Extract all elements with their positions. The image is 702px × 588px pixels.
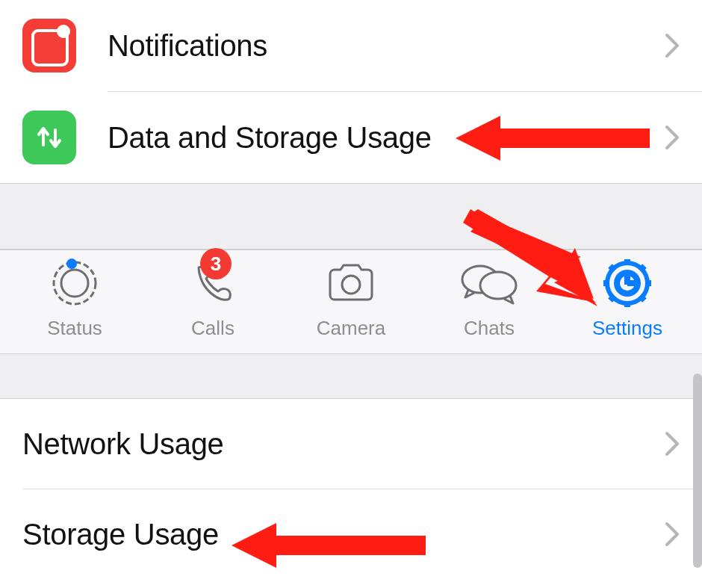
svg-point-2	[342, 276, 360, 294]
tab-bar: Status 3 Calls Camera	[0, 250, 702, 354]
chevron-right-icon	[665, 33, 680, 58]
chevron-right-icon	[665, 431, 680, 457]
row-label: Network Usage	[22, 427, 665, 461]
tab-label: Camera	[317, 317, 385, 340]
settings-list: Notifications Data and Storage Usage	[0, 0, 702, 183]
usage-list: Network Usage Storage Usage	[0, 399, 702, 579]
notifications-icon	[22, 19, 76, 72]
tab-chats[interactable]: Chats	[437, 257, 541, 340]
tab-label: Calls	[191, 317, 234, 340]
section-separator	[0, 183, 702, 250]
settings-row-notifications[interactable]: Notifications	[0, 0, 702, 91]
tab-settings[interactable]: Settings	[575, 257, 680, 340]
row-storage-usage[interactable]: Storage Usage	[0, 489, 702, 579]
row-network-usage[interactable]: Network Usage	[0, 399, 702, 489]
tab-label: Chats	[464, 317, 515, 340]
settings-row-data-storage[interactable]: Data and Storage Usage	[0, 92, 702, 183]
tab-label: Settings	[592, 317, 662, 340]
tab-camera[interactable]: Camera	[299, 257, 403, 340]
gear-icon	[602, 258, 653, 309]
tab-label: Status	[47, 317, 102, 340]
section-separator	[0, 354, 702, 399]
row-label: Notifications	[108, 29, 665, 63]
svg-line-15	[610, 296, 615, 300]
scrollbar[interactable]	[693, 374, 702, 568]
svg-line-14	[640, 296, 644, 300]
chevron-right-icon	[665, 125, 680, 150]
tab-calls[interactable]: 3 Calls	[161, 257, 265, 340]
tab-status[interactable]: Status	[22, 257, 127, 340]
chevron-right-icon	[665, 522, 680, 547]
svg-point-1	[61, 270, 88, 297]
status-unread-dot	[66, 259, 77, 269]
row-label: Data and Storage Usage	[108, 121, 665, 155]
data-usage-icon	[22, 111, 76, 164]
camera-icon	[324, 261, 378, 306]
svg-point-0	[54, 262, 96, 304]
svg-line-13	[610, 266, 615, 270]
calls-badge: 3	[200, 248, 232, 279]
calls-badge-count: 3	[211, 253, 221, 276]
row-label: Storage Usage	[22, 518, 665, 551]
svg-point-4	[480, 272, 516, 299]
svg-line-16	[640, 266, 644, 270]
chats-icon	[459, 260, 519, 306]
svg-rect-18	[627, 280, 636, 286]
